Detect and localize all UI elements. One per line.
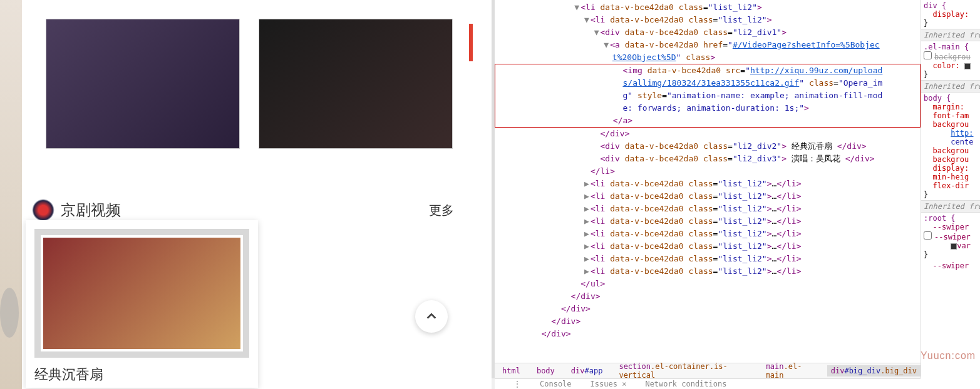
opera-mask-icon [32,199,54,221]
dom-node[interactable]: </div> [495,315,921,328]
chevron-up-icon [425,310,438,323]
devtools-drawer[interactable]: ⋮ Console Issues × Network conditions [495,378,921,389]
dom-node[interactable]: ▶<li data-v-bce42da0 class="list_li2">…<… [495,228,921,240]
dom-node[interactable]: </div> [495,328,921,340]
dom-node[interactable]: ▼<div data-v-bce42da0 class="li2_div1"> [495,26,921,39]
section-header: 京剧视频 更多 [22,149,492,228]
styles-rule[interactable]: --swiper [921,260,980,271]
elements-tree[interactable]: ▼<li data-v-bce42da0 class="list_li2"> ▼… [495,0,921,363]
video-thumbnail[interactable] [259,19,453,149]
breadcrumb[interactable]: htmlbodydiv#appsection.el-container.is-v… [495,363,921,378]
styles-rule[interactable]: div { display:} [921,0,980,29]
styles-panel[interactable]: div { display:}Inherited from.el-main {b… [921,0,980,378]
dom-node[interactable]: ▶<li data-v-bce42da0 class="list_li2">…<… [495,178,921,190]
devtools-panel: ▼<li data-v-bce42da0 class="list_li2"> ▼… [495,0,980,389]
video-thumb-row [22,0,492,149]
dom-node[interactable]: s/allimg/180324/31ea331355c11ca2.gif" cl… [495,77,920,89]
card-frame [34,229,249,358]
page-background-deco [0,0,22,389]
dom-node[interactable]: <div data-v-bce42da0 class="li2_div3"> 演… [495,153,921,165]
breadcrumb-item[interactable]: html [498,365,524,376]
highlighted-node[interactable]: <img data-v-bce42da0 src="http://xiqu.99… [495,64,921,128]
dom-node[interactable]: </div> [495,303,921,315]
style-toggle-checkbox[interactable] [924,231,932,240]
watermark-text: Yuucn:com [921,350,976,361]
section-title: 京剧视频 [61,200,121,220]
drawer-tab-issues[interactable]: Issues × [591,380,627,388]
dom-node[interactable]: </a> [495,114,920,127]
style-toggle-checkbox[interactable] [924,51,932,59]
card-thumbnail [43,238,240,349]
drawer-menu-icon[interactable]: ⋮ [513,380,521,388]
dom-node[interactable]: ▼<a data-v-bce42da0 href="#/VideoPage?sh… [495,39,921,64]
page-content: 京剧视频 更多 经典沉香扇 [22,0,492,389]
styles-separator: Inherited from [921,200,980,213]
video-thumbnail[interactable] [46,19,240,149]
styles-rule[interactable]: .el-main {backgrou color: } [921,41,980,80]
styles-rule[interactable]: body { margin: font-fam backgrou http: c… [921,93,980,200]
drawer-tab-network-conditions[interactable]: Network conditions [645,380,726,388]
page-viewport: 京剧视频 更多 经典沉香扇 [0,0,492,389]
close-icon[interactable]: × [622,380,626,388]
dom-node[interactable]: <img data-v-bce42da0 src="http://xiqu.99… [495,64,920,77]
styles-separator: Inherited from [921,80,980,93]
dom-node[interactable]: ▶<li data-v-bce42da0 class="list_li2">…<… [495,253,921,265]
breadcrumb-item[interactable]: body [533,365,559,376]
dom-node[interactable]: ▼<li data-v-bce42da0 class="list_li2"> [495,1,921,14]
dom-node[interactable]: ▶<li data-v-bce42da0 class="list_li2">…<… [495,190,921,203]
styles-separator: Inherited from [921,29,980,41]
accent-bar [469,24,473,61]
dom-node[interactable]: ▶<li data-v-bce42da0 class="list_li2">…<… [495,215,921,228]
breadcrumb-item[interactable]: div#app [567,365,607,376]
dom-node[interactable]: </li> [495,165,921,178]
video-card[interactable]: 经典沉香扇 [26,220,258,388]
dom-node[interactable]: ▶<li data-v-bce42da0 class="list_li2">…<… [495,203,921,215]
dom-node[interactable]: ▶<li data-v-bce42da0 class="list_li2">…<… [495,265,921,278]
dom-node[interactable]: <div data-v-bce42da0 class="li2_div2"> 经… [495,140,921,153]
more-link[interactable]: 更多 [429,202,454,219]
card-caption: 经典沉香扇 [34,365,249,384]
dom-node[interactable]: </div> [495,128,921,140]
drawer-tab-console[interactable]: Console [540,380,572,388]
dom-node[interactable]: g" style="animation-name: example; anima… [495,89,920,114]
dom-node[interactable]: </div> [495,290,921,303]
breadcrumb-item[interactable]: div#big_div.big_div [827,365,921,376]
dom-node[interactable]: ▼<li data-v-bce42da0 class="list_li2"> [495,14,921,26]
dom-node[interactable]: ▶<li data-v-bce42da0 class="list_li2">…<… [495,240,921,253]
scroll-to-top-button[interactable] [415,300,448,333]
styles-rule[interactable]: :root { --swiper--swiper var} [921,213,980,260]
dom-node[interactable]: </ul> [495,278,921,290]
